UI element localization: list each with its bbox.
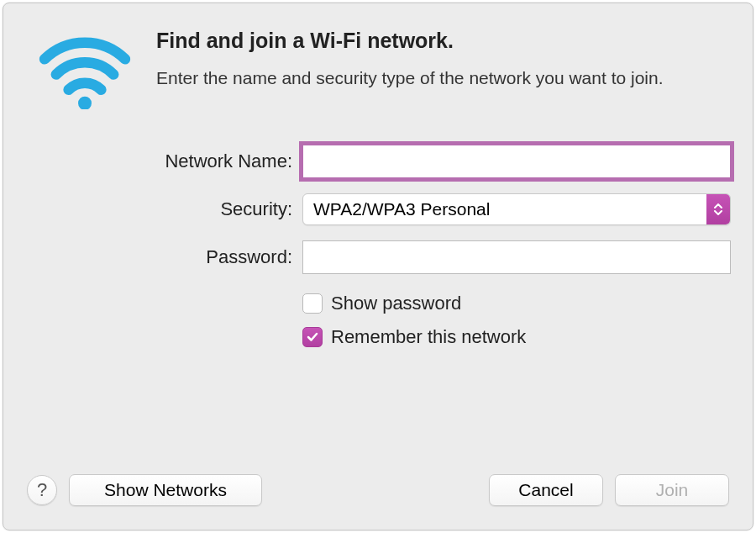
security-select[interactable]: WPA2/WPA3 Personal	[302, 193, 731, 225]
security-label: Security:	[37, 198, 292, 220]
form: Network Name: Security: WPA2/WPA3 Person…	[37, 145, 719, 348]
show-networks-button[interactable]: Show Networks	[69, 474, 262, 506]
dialog-title: Find and join a Wi-Fi network.	[156, 29, 664, 53]
network-name-input[interactable]	[302, 145, 731, 178]
dialog-footer: ? Show Networks Cancel Join	[27, 474, 729, 506]
show-password-label: Show password	[331, 293, 461, 314]
remember-network-checkbox[interactable]	[302, 327, 323, 347]
help-icon: ?	[37, 479, 47, 501]
remember-network-row: Remember this network	[302, 326, 731, 348]
cancel-button[interactable]: Cancel	[489, 474, 603, 506]
dialog-header: Find and join a Wi-Fi network. Enter the…	[37, 29, 719, 113]
show-password-checkbox[interactable]	[302, 293, 323, 314]
security-select-wrap: WPA2/WPA3 Personal	[302, 193, 731, 225]
wifi-join-dialog: Find and join a Wi-Fi network. Enter the…	[3, 3, 753, 530]
help-button[interactable]: ?	[27, 475, 57, 505]
network-name-label: Network Name:	[37, 150, 292, 172]
svg-point-0	[78, 97, 92, 109]
remember-network-label: Remember this network	[331, 326, 526, 348]
show-password-row: Show password	[302, 293, 731, 314]
wifi-icon	[37, 29, 133, 113]
dialog-subtitle: Enter the name and security type of the …	[156, 66, 664, 90]
password-label: Password:	[37, 246, 292, 268]
join-button[interactable]: Join	[615, 474, 729, 506]
password-input[interactable]	[302, 240, 731, 274]
checkbox-group: Show password Remember this network	[302, 293, 731, 348]
header-text: Find and join a Wi-Fi network. Enter the…	[156, 29, 664, 90]
